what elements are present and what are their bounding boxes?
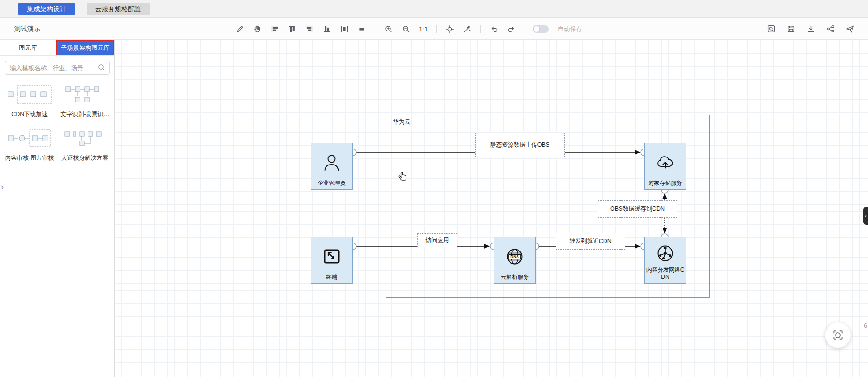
template-search [5,61,110,75]
save-icon[interactable] [785,24,796,35]
person-icon [321,143,342,180]
share-icon[interactable] [825,24,836,35]
sidebar-tab-subscene-library[interactable]: 子场景架构图元库 [56,40,115,55]
center-focus-icon[interactable] [444,24,455,35]
autosave-label: 自动保存 [557,25,582,33]
template-label: CDN下载加速 [11,110,48,118]
format-painter-icon[interactable] [462,24,473,35]
edge-label-text: 静态资源数据上传OBS [490,141,549,149]
template-search-input[interactable] [5,61,110,75]
template-label: 内容审核-图片审核 [5,154,54,162]
edge-label-forward-cdn[interactable]: 转发到就近CDN [556,233,625,250]
pan-hand-icon[interactable] [252,24,263,35]
template-thumbnail [6,126,53,151]
align-top-icon[interactable] [287,24,298,35]
svg-text:DNS: DNS [510,255,519,259]
edge-label-text: 访问应用 [426,236,449,244]
align-right-icon[interactable] [304,24,315,35]
cdn-network-icon [654,237,676,267]
toolbar-separator [480,25,481,33]
project-title: 测试演示 [14,18,40,40]
edge-label-upload-obs[interactable]: 静态资源数据上传OBS [475,133,565,157]
node-label: 对象存储服务 [647,180,684,189]
group-label: 华为云 [393,118,411,126]
left-panel-expand-handle[interactable]: › [1,182,4,191]
toolbar-right-group [765,18,856,40]
toggle-knob [533,26,540,32]
align-left-icon[interactable] [269,24,280,35]
edit-pen-icon[interactable] [234,24,246,35]
sidebar-tab-shape-library[interactable]: 图元库 [0,40,56,55]
tab-cloud-service-spec[interactable]: 云服务规格配置 [87,3,150,15]
search-icon[interactable] [97,63,106,72]
zoom-ratio-button[interactable]: 1:1 [418,25,429,33]
edge-label-text: 转发到就近CDN [569,237,612,245]
distribute-horizontal-icon[interactable] [339,24,350,35]
node-label: 内容分发网络CDN [645,267,686,283]
template-label: 文字识别-发票识… [60,110,109,118]
edge-label-visit-app[interactable]: 访问应用 [417,233,457,247]
sidebar: 图元库 子场景架构图元库 CDN下载加速 文字识别-发票识… [0,40,115,377]
node-enterprise-admin[interactable]: 企业管理员 [311,143,353,190]
toolbar: 测试演示 [0,18,868,40]
tab-integration-architecture[interactable]: 集成架构设计 [18,3,75,15]
zoom-out-icon[interactable] [400,24,412,35]
terminal-monitor-icon [321,237,342,274]
zoom-in-icon[interactable] [383,24,394,35]
template-ocr-invoice[interactable]: 文字识别-发票识… [58,82,112,118]
app-root: 集成架构设计 云服务规格配置 测试演示 [0,0,868,377]
redo-icon[interactable] [506,24,517,35]
node-dns-service[interactable]: DNS 云解析服务 [494,237,536,284]
align-bottom-icon[interactable] [321,24,333,35]
node-cdn[interactable]: 内容分发网络CDN [644,237,686,284]
template-grid: CDN下载加速 文字识别-发票识… 内容审核-图片审核 人证核身解决方案 [0,79,114,162]
toolbar-separator [375,25,375,33]
top-tab-bar: 集成架构设计 云服务规格配置 [0,0,868,18]
sidebar-tabs: 图元库 子场景架构图元库 [0,40,114,56]
cloud-upload-icon [654,143,676,180]
template-identity-verification[interactable]: 人证核身解决方案 [58,126,112,162]
undo-icon[interactable] [488,24,500,35]
right-edge-partial-text: 6 [864,322,867,329]
template-thumbnail [6,82,53,108]
toolbar-separator [525,25,525,33]
preview-icon[interactable] [765,24,777,35]
node-label: 终端 [325,274,339,283]
edge-label-obs-cache[interactable]: OBS数据缓存到CDN [598,200,677,218]
scan-locate-button[interactable] [825,322,851,348]
edge-label-text: OBS数据缓存到CDN [610,205,665,213]
publish-icon[interactable] [844,24,856,35]
toolbar-separator [436,25,437,33]
template-thumbnail [61,82,108,108]
dns-globe-icon: DNS [504,237,526,274]
template-label: 人证核身解决方案 [61,154,108,162]
right-panel-collapse-handle[interactable]: ‹ [863,207,868,225]
node-label: 云解析服务 [499,274,530,283]
download-icon[interactable] [805,24,816,35]
toolbar-center-group: 1:1 自动保存 [234,18,582,40]
template-content-moderation[interactable]: 内容审核-图片审核 [3,126,56,162]
distribute-vertical-icon[interactable] [356,24,367,35]
diagram-canvas[interactable]: 华为云 [115,40,868,377]
autosave-toggle[interactable] [533,25,549,33]
node-label: 企业管理员 [316,180,347,189]
template-thumbnail [61,126,108,151]
node-terminal[interactable]: 终端 [311,237,353,284]
template-cdn-download[interactable]: CDN下载加速 [3,82,56,118]
node-object-storage[interactable]: 对象存储服务 [644,143,686,190]
